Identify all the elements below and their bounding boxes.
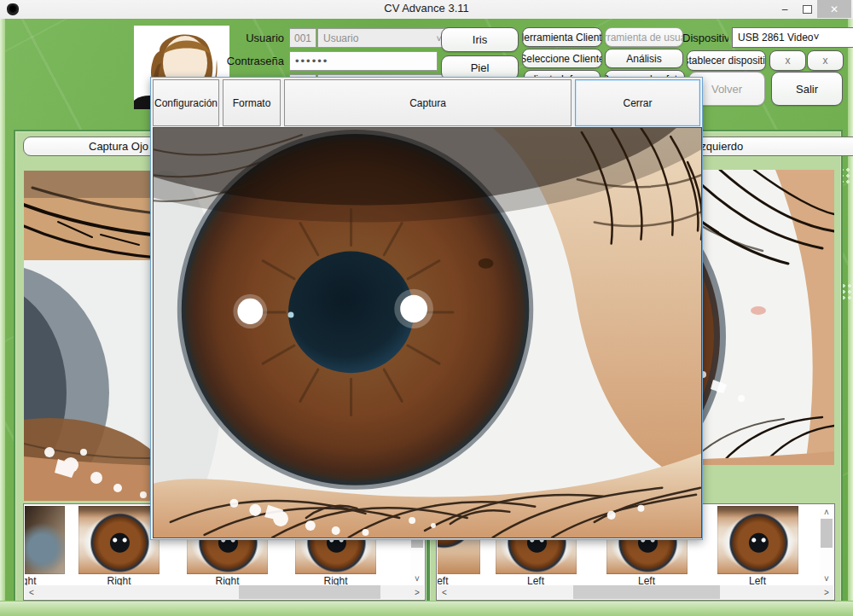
capture-dialog-toolbar: Configuración Formato Captura Cerrar <box>152 78 701 127</box>
eye-thumbnail-image[interactable] <box>78 506 160 574</box>
minimize-icon: – <box>782 3 788 15</box>
frame-left <box>0 19 5 616</box>
eye-thumbnail-image[interactable] <box>717 506 798 574</box>
frame-bottom <box>0 601 853 616</box>
thumbnail-item[interactable]: Right <box>25 506 65 588</box>
usuario-id-field[interactable]: 001 <box>289 28 316 48</box>
thumbnail-item[interactable]: Left <box>702 506 813 588</box>
scroll-right-icon[interactable]: ˃ <box>820 585 833 599</box>
scrollbar-track[interactable] <box>451 585 820 599</box>
device-select[interactable]: USB 2861 Video ˅ <box>732 27 853 48</box>
contrasena-label: Contraseña <box>199 55 284 67</box>
scroll-right-icon[interactable]: ˃ <box>410 585 424 599</box>
capture-dialog: Configuración Formato Captura Cerrar <box>150 77 703 540</box>
captura-button[interactable]: Captura <box>284 79 572 126</box>
x1-button[interactable]: x <box>769 50 806 71</box>
vertical-scrollbar[interactable]: ˄ ˅ <box>820 505 833 585</box>
establecer-dispositivo-button[interactable]: Establecer dispositivo <box>687 50 766 71</box>
password-field[interactable]: •••••• <box>289 51 438 71</box>
scroll-up-icon[interactable]: ˄ <box>820 505 833 519</box>
scrollbar-thumb[interactable] <box>239 585 380 599</box>
frame-right <box>848 19 853 616</box>
salir-button[interactable]: Salir <box>771 72 843 106</box>
scrollbar-thumb[interactable] <box>821 519 833 548</box>
x2-button[interactable]: x <box>807 50 844 71</box>
cerrar-button[interactable]: Cerrar <box>575 79 700 126</box>
application-window: CV Advance 3.11 – ✕ Usuario 001 Usuario … <box>0 0 853 616</box>
configuracion-button[interactable]: Configuración <box>153 79 219 126</box>
eye-macro-image <box>154 128 701 538</box>
horizontal-scrollbar[interactable]: ˂ ˃ <box>25 585 424 599</box>
scroll-down-icon[interactable]: ˅ <box>410 572 424 585</box>
close-icon: ✕ <box>830 3 838 15</box>
dispositivo-label: Dispositivo : <box>682 32 728 44</box>
scroll-down-icon[interactable]: ˅ <box>820 572 833 585</box>
formato-button[interactable]: Formato <box>223 79 281 126</box>
analisis-button[interactable]: Análisis <box>605 49 683 68</box>
maximize-icon <box>803 5 812 14</box>
horizontal-scrollbar[interactable]: ˂ ˃ <box>438 585 833 599</box>
scroll-left-icon[interactable]: ˂ <box>438 585 451 599</box>
scrollbar-track[interactable] <box>38 585 410 599</box>
maximize-button[interactable] <box>797 0 817 18</box>
dots-decoration <box>841 283 853 302</box>
herramienta-usuario-button: Herramienta de usuario <box>605 27 683 47</box>
iris-button[interactable]: Iris <box>441 27 519 52</box>
eye-thumbnail-image[interactable] <box>25 506 65 574</box>
title-bar: CV Advance 3.11 – ✕ <box>0 0 853 20</box>
live-capture-view <box>153 127 702 538</box>
herramienta-cliente-button[interactable]: Herramienta Cliente <box>522 27 602 47</box>
window-title: CV Advance 3.11 <box>0 2 853 15</box>
usuario-label: Usuario <box>199 32 284 44</box>
seleccione-cliente-button[interactable]: Seleccione Cliente <box>522 49 602 68</box>
chevron-down-icon: ˅ <box>814 32 820 44</box>
scroll-left-icon[interactable]: ˂ <box>25 585 38 599</box>
usuario-select[interactable]: Usuario ˅ <box>317 28 448 48</box>
minimize-button[interactable]: – <box>775 0 795 18</box>
device-select-value: USB 2861 Video <box>738 32 814 44</box>
usuario-select-value: Usuario <box>323 32 437 44</box>
close-button[interactable]: ✕ <box>817 0 851 18</box>
scrollbar-thumb[interactable] <box>573 585 721 599</box>
